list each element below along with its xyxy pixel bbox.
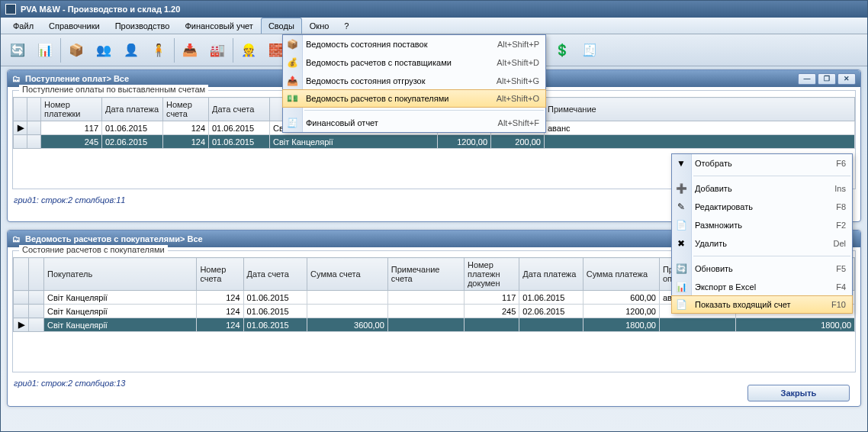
- cell-balance[interactable]: 1800,00: [736, 318, 855, 332]
- row-header: [29, 305, 44, 318]
- menu-icon: ▼: [674, 156, 688, 170]
- cell-acct-date[interactable]: 01.06.2015: [243, 318, 307, 332]
- cell-pay-docnum[interactable]: [464, 318, 519, 332]
- cell-acct-number[interactable]: 124: [163, 121, 209, 135]
- groupbox-label: Поступление оплаты по выставленным счета…: [19, 85, 208, 94]
- menu-finance[interactable]: Финансовый учет: [177, 18, 261, 34]
- menu-icon: 📄: [674, 218, 688, 232]
- tool-products[interactable]: 📦: [63, 37, 90, 64]
- cell-invoice-note[interactable]: [387, 291, 464, 305]
- cell-pay-date[interactable]: [519, 318, 583, 332]
- cell-acct-number[interactable]: 124: [197, 318, 243, 332]
- cell-pay-date[interactable]: 02.06.2015: [519, 305, 583, 318]
- menu-item[interactable]: 💰Ведомость расчетов с поставщикамиAlt+Sh…: [283, 53, 545, 72]
- col-invoice-sum[interactable]: Сумма счета: [307, 258, 388, 291]
- cell-acct-date[interactable]: 01.06.2015: [209, 135, 270, 149]
- tool-warehouse[interactable]: 🏭: [204, 37, 231, 64]
- cell-invoice-note[interactable]: [387, 318, 464, 332]
- col-note[interactable]: Примечание: [545, 98, 855, 121]
- cell-acct-date[interactable]: 01.06.2015: [243, 291, 307, 305]
- cell-invoice-sum[interactable]: 3600,00: [307, 318, 388, 332]
- context-item[interactable]: ✎РедактироватьF8: [672, 198, 852, 216]
- menu-shortcut: F10: [831, 300, 846, 309]
- titlebar[interactable]: PVA M&W - Производство и склад 1.20: [1, 1, 867, 18]
- menu-help[interactable]: ?: [336, 18, 356, 34]
- cell-vat[interactable]: 200,00: [491, 135, 545, 149]
- cell-acct-number[interactable]: 124: [197, 305, 243, 318]
- minimize-button[interactable]: —: [798, 73, 816, 85]
- menu-file[interactable]: Файл: [5, 18, 41, 34]
- table-row[interactable]: ▶Світ Канцелярії12401.06.20153600,001800…: [14, 318, 855, 332]
- tool-report-sales[interactable]: 💲: [548, 37, 576, 64]
- col-acct-number[interactable]: Номер счета: [197, 258, 243, 291]
- cell-payment-date[interactable]: 02.06.2015: [102, 135, 163, 149]
- cell-buyer[interactable]: Світ Канцелярії: [270, 135, 438, 149]
- context-menu[interactable]: ▼ОтобратьF6➕ДобавитьIns✎РедактироватьF8📄…: [671, 153, 853, 314]
- cell-buyer[interactable]: Світ Канцелярії: [44, 291, 197, 305]
- cell-note[interactable]: [545, 135, 855, 149]
- col-pay-amount[interactable]: Сумма платежа: [583, 258, 659, 291]
- context-item[interactable]: ➕ДобавитьIns: [672, 179, 852, 198]
- context-item[interactable]: 📊Экспорт в ExcelF4: [672, 278, 852, 296]
- context-item[interactable]: 📄Показать входящий счетF10: [671, 295, 853, 314]
- maximize-button[interactable]: ❐: [818, 73, 836, 85]
- cell-pay-amount[interactable]: 1200,00: [583, 305, 659, 318]
- menu-svody[interactable]: Своды: [261, 18, 302, 34]
- col-invoice-note[interactable]: Примечание счета: [387, 258, 464, 291]
- menu-label: Ведомость расчетов с поставщиками: [306, 58, 477, 67]
- cell-invoice-sum[interactable]: [307, 291, 388, 305]
- tool-suppliers[interactable]: 👤: [117, 37, 145, 64]
- cell-payment-number[interactable]: 245: [41, 135, 102, 149]
- context-item[interactable]: ▼ОтобратьF6: [672, 154, 852, 172]
- cell-buyer[interactable]: Світ Канцелярії: [44, 305, 197, 318]
- cell-pay-docnum[interactable]: 245: [464, 305, 519, 318]
- cell-payment-date[interactable]: 01.06.2015: [102, 121, 163, 135]
- cell-amount[interactable]: 1200,00: [438, 135, 491, 149]
- col-pay-docnum[interactable]: Номер платежн докумен: [464, 258, 519, 291]
- col-acct-date[interactable]: Дата счета: [209, 98, 270, 121]
- cell-pay-amount[interactable]: 1800,00: [583, 318, 659, 332]
- menu-production[interactable]: Производство: [108, 18, 178, 34]
- table-row[interactable]: 24502.06.201512401.06.2015Світ Канцелярі…: [14, 135, 855, 149]
- cell-buyer[interactable]: Світ Канцелярії: [44, 318, 197, 332]
- close-settlements-button[interactable]: Закрыть: [747, 385, 850, 401]
- tool-worker[interactable]: 👷: [235, 37, 262, 64]
- tool-refresh[interactable]: 🔄: [4, 37, 31, 64]
- tool-customers[interactable]: 👥: [90, 37, 117, 64]
- cell-pay-date[interactable]: 01.06.2015: [519, 291, 583, 305]
- col-payment-date[interactable]: Дата платежа: [102, 98, 163, 121]
- tool-report-fin[interactable]: 🧾: [576, 37, 603, 64]
- col-pay-date[interactable]: Дата платежа: [519, 258, 583, 291]
- cell-acct-number[interactable]: 124: [197, 291, 243, 305]
- menu-references[interactable]: Справочники: [41, 18, 108, 34]
- context-item[interactable]: 📄РазмножитьF2: [672, 216, 852, 234]
- cell-note[interactable]: аванс: [545, 121, 855, 135]
- col-acct-number[interactable]: Номер счета: [163, 98, 209, 121]
- col-buyer[interactable]: Покупатель: [44, 258, 197, 291]
- menu-item[interactable]: 📦Ведомость состояния поставокAlt+Shift+P: [283, 35, 545, 53]
- cell-invoice-sum[interactable]: [307, 305, 388, 318]
- svody-dropdown[interactable]: 📦Ведомость состояния поставокAlt+Shift+P…: [282, 34, 546, 133]
- cell-pay-docnum[interactable]: 117: [464, 291, 519, 305]
- menu-item[interactable]: 💵Ведомость расчетов с покупателямиAlt+Sh…: [282, 89, 546, 108]
- cell-acct-date[interactable]: 01.06.2015: [209, 121, 270, 135]
- cell-acct-number[interactable]: 124: [163, 135, 209, 149]
- menu-item[interactable]: 🧾Финансовый отчетAlt+Shift+F: [283, 114, 545, 132]
- context-item[interactable]: 🔄ОбновитьF5: [672, 260, 852, 278]
- tool-staff[interactable]: 🧍: [145, 37, 172, 64]
- context-item[interactable]: ✖УдалитьDel: [672, 234, 852, 253]
- menu-window[interactable]: Окно: [302, 18, 337, 34]
- menu-item[interactable]: 📤Ведомость состояния отгрузокAlt+Shift+G: [283, 72, 545, 90]
- cell-pay-amount[interactable]: 600,00: [583, 291, 659, 305]
- col-acct-date[interactable]: Дата счета: [243, 258, 307, 291]
- cell-acct-date[interactable]: 01.06.2015: [243, 305, 307, 318]
- close-button[interactable]: ✕: [837, 73, 856, 85]
- menubar[interactable]: Файл Справочники Производство Финансовый…: [1, 18, 867, 34]
- cell-invoice-note[interactable]: [387, 305, 464, 318]
- col-payment-number[interactable]: Номер платежки: [41, 98, 102, 121]
- row-header: [29, 318, 44, 332]
- cell-pay-note[interactable]: [659, 318, 735, 332]
- tool-inbox[interactable]: 📥: [176, 37, 204, 64]
- cell-payment-number[interactable]: 117: [41, 121, 102, 135]
- tool-export-excel[interactable]: 📊: [31, 37, 59, 64]
